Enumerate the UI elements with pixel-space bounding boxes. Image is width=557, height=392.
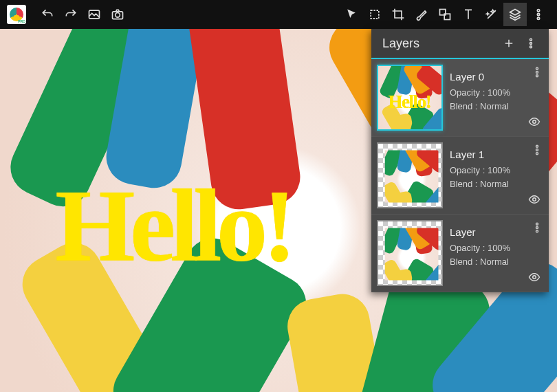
svg-point-14 (536, 75, 538, 77)
add-layer-button[interactable] (498, 32, 520, 54)
layer-row[interactable]: Layer Opacity : 100% Blend : Normal (371, 215, 549, 292)
svg-point-6 (537, 10, 539, 12)
svg-point-2 (116, 13, 120, 18)
layer-blend: Blend : Normal (450, 100, 540, 113)
layer-row[interactable]: Layer 1 Opacity : 100% Blend : Normal (371, 137, 549, 215)
visibility-toggle-icon[interactable] (525, 190, 543, 208)
pointer-icon[interactable] (340, 3, 363, 26)
layer-name: Layer (450, 224, 540, 240)
layers-panel-more-icon[interactable] (520, 32, 542, 54)
svg-point-23 (533, 276, 536, 279)
svg-point-16 (536, 145, 538, 147)
svg-point-7 (537, 13, 539, 15)
layer-name: Layer 0 (450, 69, 540, 85)
canvas-text-overlay: Hello! (55, 166, 292, 285)
camera-icon[interactable] (106, 3, 129, 26)
layers-icon[interactable] (503, 3, 527, 26)
brush-icon[interactable] (410, 3, 433, 26)
svg-point-15 (533, 120, 536, 124)
visibility-toggle-icon[interactable] (525, 268, 543, 286)
svg-point-10 (530, 43, 532, 45)
svg-point-18 (536, 153, 538, 155)
layer-opacity: Opacity : 100% (450, 164, 540, 177)
layer-more-icon[interactable] (528, 63, 546, 81)
shapes-icon[interactable] (433, 3, 457, 26)
svg-point-9 (530, 39, 532, 41)
svg-point-11 (530, 46, 532, 48)
undo-icon[interactable] (36, 3, 59, 26)
svg-point-22 (536, 230, 538, 232)
svg-point-12 (536, 67, 538, 69)
more-icon[interactable] (527, 3, 550, 26)
crop-icon[interactable] (386, 3, 410, 26)
magic-icon[interactable] (480, 3, 503, 26)
layer-more-icon[interactable] (528, 141, 546, 159)
svg-point-21 (536, 227, 538, 229)
gallery-icon[interactable] (83, 3, 106, 26)
svg-point-8 (537, 17, 539, 19)
layers-panel: Layers Hello! Layer 0 Opacity : 100% Ble… (371, 29, 549, 292)
svg-point-20 (536, 223, 538, 225)
layer-thumbnail[interactable] (377, 142, 443, 208)
svg-point-19 (533, 198, 536, 202)
svg-point-17 (536, 149, 538, 151)
layer-thumbnail[interactable] (377, 220, 443, 286)
layers-panel-title: Layers (382, 36, 498, 51)
layer-opacity: Opacity : 100% (450, 241, 540, 255)
select-rect-icon[interactable] (363, 3, 386, 26)
layer-blend: Blend : Normal (450, 177, 540, 191)
svg-point-13 (536, 72, 538, 74)
layer-more-icon[interactable] (528, 219, 546, 237)
svg-rect-3 (371, 10, 379, 19)
layer-thumbnail[interactable]: Hello! (377, 65, 443, 131)
layer-row[interactable]: Hello! Layer 0 Opacity : 100% Blend : No… (371, 59, 549, 137)
text-icon[interactable] (457, 3, 480, 26)
app-logo: PRO (7, 5, 26, 24)
redo-icon[interactable] (59, 3, 83, 26)
layer-opacity: Opacity : 100% (450, 86, 540, 100)
layers-panel-header: Layers (371, 29, 549, 59)
top-toolbar: PRO (0, 0, 557, 29)
layer-blend: Blend : Normal (450, 255, 540, 269)
visibility-toggle-icon[interactable] (525, 113, 543, 131)
layer-name: Layer 1 (450, 146, 540, 162)
